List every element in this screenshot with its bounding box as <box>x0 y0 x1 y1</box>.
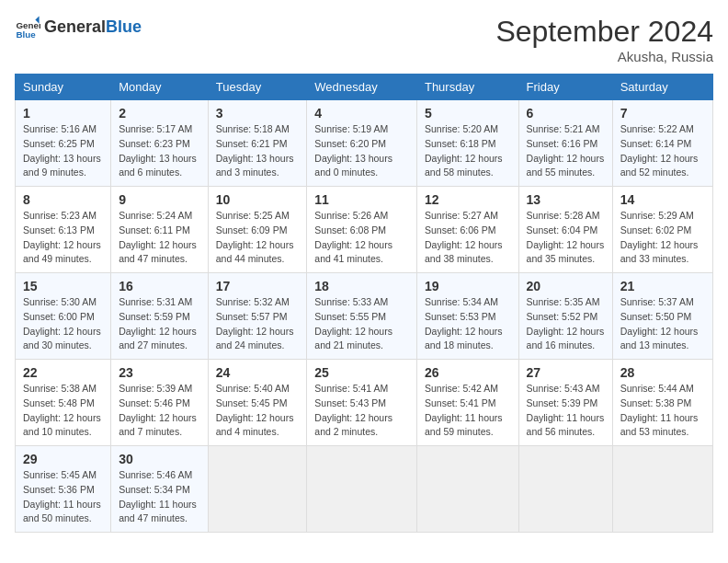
day-cell-20: 20 Sunrise: 5:35 AM Sunset: 5:52 PM Dayl… <box>518 273 612 360</box>
page-header: General Blue GeneralBlue September 2024 … <box>15 15 713 64</box>
empty-cell-w4-d5 <box>518 446 612 533</box>
day-detail: Sunrise: 5:25 AM Sunset: 6:09 PM Dayligh… <box>216 209 300 267</box>
day-detail: Sunrise: 5:29 AM Sunset: 6:02 PM Dayligh… <box>620 209 705 267</box>
day-detail: Sunrise: 5:41 AM Sunset: 5:43 PM Dayligh… <box>314 382 409 440</box>
day-cell-12: 12 Sunrise: 5:27 AM Sunset: 6:06 PM Dayl… <box>416 187 518 273</box>
day-detail: Sunrise: 5:45 AM Sunset: 5:36 PM Dayligh… <box>23 468 103 526</box>
col-monday: Monday <box>111 75 209 100</box>
day-cell-8: 8 Sunrise: 5:23 AM Sunset: 6:13 PM Dayli… <box>16 187 111 273</box>
day-number: 7 <box>620 106 705 121</box>
day-cell-30: 30 Sunrise: 5:46 AM Sunset: 5:34 PM Dayl… <box>111 446 209 533</box>
day-number: 18 <box>314 279 409 293</box>
day-detail: Sunrise: 5:22 AM Sunset: 6:14 PM Dayligh… <box>620 122 705 180</box>
day-cell-2: 2 Sunrise: 5:17 AM Sunset: 6:23 PM Dayli… <box>111 100 209 187</box>
day-cell-14: 14 Sunrise: 5:29 AM Sunset: 6:02 PM Dayl… <box>612 187 712 273</box>
col-wednesday: Wednesday <box>307 75 417 100</box>
day-detail: Sunrise: 5:40 AM Sunset: 5:45 PM Dayligh… <box>216 382 300 440</box>
day-detail: Sunrise: 5:44 AM Sunset: 5:38 PM Dayligh… <box>620 382 705 440</box>
day-detail: Sunrise: 5:35 AM Sunset: 5:52 PM Dayligh… <box>527 295 605 353</box>
day-detail: Sunrise: 5:37 AM Sunset: 5:50 PM Dayligh… <box>620 295 705 353</box>
day-number: 27 <box>527 365 605 380</box>
day-detail: Sunrise: 5:17 AM Sunset: 6:23 PM Dayligh… <box>119 122 200 180</box>
col-friday: Friday <box>518 75 612 100</box>
day-number: 21 <box>620 279 705 293</box>
day-detail: Sunrise: 5:34 AM Sunset: 5:53 PM Dayligh… <box>425 295 511 353</box>
day-number: 29 <box>23 452 103 466</box>
empty-cell-w4-d6 <box>612 446 712 533</box>
day-number: 9 <box>119 192 200 207</box>
day-cell-5: 5 Sunrise: 5:20 AM Sunset: 6:18 PM Dayli… <box>416 100 518 187</box>
day-detail: Sunrise: 5:46 AM Sunset: 5:34 PM Dayligh… <box>119 468 200 526</box>
logo-text: GeneralBlue <box>44 18 142 37</box>
week-row-1: 1 Sunrise: 5:16 AM Sunset: 6:25 PM Dayli… <box>16 100 713 187</box>
day-cell-25: 25 Sunrise: 5:41 AM Sunset: 5:43 PM Dayl… <box>307 360 417 446</box>
day-cell-26: 26 Sunrise: 5:42 AM Sunset: 5:41 PM Dayl… <box>416 360 518 446</box>
day-detail: Sunrise: 5:28 AM Sunset: 6:04 PM Dayligh… <box>527 209 605 267</box>
day-cell-23: 23 Sunrise: 5:39 AM Sunset: 5:46 PM Dayl… <box>111 360 209 446</box>
day-number: 17 <box>216 279 300 293</box>
day-detail: Sunrise: 5:21 AM Sunset: 6:16 PM Dayligh… <box>527 122 605 180</box>
day-cell-19: 19 Sunrise: 5:34 AM Sunset: 5:53 PM Dayl… <box>416 273 518 360</box>
day-number: 22 <box>23 365 103 380</box>
day-detail: Sunrise: 5:33 AM Sunset: 5:55 PM Dayligh… <box>314 295 409 353</box>
day-detail: Sunrise: 5:31 AM Sunset: 5:59 PM Dayligh… <box>119 295 200 353</box>
day-number: 1 <box>23 106 103 121</box>
week-row-3: 15 Sunrise: 5:30 AM Sunset: 6:00 PM Dayl… <box>16 273 713 360</box>
day-cell-10: 10 Sunrise: 5:25 AM Sunset: 6:09 PM Dayl… <box>208 187 307 273</box>
day-number: 14 <box>620 192 705 207</box>
day-number: 16 <box>119 279 200 293</box>
day-cell-7: 7 Sunrise: 5:22 AM Sunset: 6:14 PM Dayli… <box>612 100 712 187</box>
day-cell-29: 29 Sunrise: 5:45 AM Sunset: 5:36 PM Dayl… <box>16 446 111 533</box>
day-detail: Sunrise: 5:19 AM Sunset: 6:20 PM Dayligh… <box>314 122 409 180</box>
day-cell-4: 4 Sunrise: 5:19 AM Sunset: 6:20 PM Dayli… <box>307 100 417 187</box>
logo: General Blue GeneralBlue <box>15 15 142 40</box>
day-cell-22: 22 Sunrise: 5:38 AM Sunset: 5:48 PM Dayl… <box>16 360 111 446</box>
day-number: 3 <box>216 106 300 121</box>
day-cell-27: 27 Sunrise: 5:43 AM Sunset: 5:39 PM Dayl… <box>518 360 612 446</box>
day-number: 20 <box>527 279 605 293</box>
day-detail: Sunrise: 5:43 AM Sunset: 5:39 PM Dayligh… <box>527 382 605 440</box>
week-row-2: 8 Sunrise: 5:23 AM Sunset: 6:13 PM Dayli… <box>16 187 713 273</box>
day-detail: Sunrise: 5:26 AM Sunset: 6:08 PM Dayligh… <box>314 209 409 267</box>
day-number: 12 <box>425 192 511 207</box>
day-cell-21: 21 Sunrise: 5:37 AM Sunset: 5:50 PM Dayl… <box>612 273 712 360</box>
month-title: September 2024 <box>495 15 713 49</box>
day-number: 8 <box>23 192 103 207</box>
title-block: September 2024 Akusha, Russia <box>495 15 713 64</box>
day-number: 23 <box>119 365 200 380</box>
day-detail: Sunrise: 5:23 AM Sunset: 6:13 PM Dayligh… <box>23 209 103 267</box>
day-number: 5 <box>425 106 511 121</box>
day-cell-9: 9 Sunrise: 5:24 AM Sunset: 6:11 PM Dayli… <box>111 187 209 273</box>
day-number: 28 <box>620 365 705 380</box>
day-cell-17: 17 Sunrise: 5:32 AM Sunset: 5:57 PM Dayl… <box>208 273 307 360</box>
calendar-table: Sunday Monday Tuesday Wednesday Thursday… <box>15 74 713 533</box>
day-detail: Sunrise: 5:24 AM Sunset: 6:11 PM Dayligh… <box>119 209 200 267</box>
day-detail: Sunrise: 5:38 AM Sunset: 5:48 PM Dayligh… <box>23 382 103 440</box>
day-cell-16: 16 Sunrise: 5:31 AM Sunset: 5:59 PM Dayl… <box>111 273 209 360</box>
col-saturday: Saturday <box>612 75 712 100</box>
location: Akusha, Russia <box>495 49 713 64</box>
day-cell-3: 3 Sunrise: 5:18 AM Sunset: 6:21 PM Dayli… <box>208 100 307 187</box>
day-cell-11: 11 Sunrise: 5:26 AM Sunset: 6:08 PM Dayl… <box>307 187 417 273</box>
day-detail: Sunrise: 5:39 AM Sunset: 5:46 PM Dayligh… <box>119 382 200 440</box>
day-number: 19 <box>425 279 511 293</box>
day-detail: Sunrise: 5:30 AM Sunset: 6:00 PM Dayligh… <box>23 295 103 353</box>
day-number: 2 <box>119 106 200 121</box>
col-sunday: Sunday <box>16 75 111 100</box>
col-tuesday: Tuesday <box>208 75 307 100</box>
day-detail: Sunrise: 5:18 AM Sunset: 6:21 PM Dayligh… <box>216 122 300 180</box>
day-number: 24 <box>216 365 300 380</box>
day-detail: Sunrise: 5:42 AM Sunset: 5:41 PM Dayligh… <box>425 382 511 440</box>
week-row-4: 22 Sunrise: 5:38 AM Sunset: 5:48 PM Dayl… <box>16 360 713 446</box>
svg-text:Blue: Blue <box>16 29 36 40</box>
day-number: 13 <box>527 192 605 207</box>
day-detail: Sunrise: 5:32 AM Sunset: 5:57 PM Dayligh… <box>216 295 300 353</box>
day-cell-13: 13 Sunrise: 5:28 AM Sunset: 6:04 PM Dayl… <box>518 187 612 273</box>
logo-icon: General Blue <box>15 15 40 40</box>
day-cell-28: 28 Sunrise: 5:44 AM Sunset: 5:38 PM Dayl… <box>612 360 712 446</box>
day-cell-6: 6 Sunrise: 5:21 AM Sunset: 6:16 PM Dayli… <box>518 100 612 187</box>
day-cell-24: 24 Sunrise: 5:40 AM Sunset: 5:45 PM Dayl… <box>208 360 307 446</box>
day-number: 10 <box>216 192 300 207</box>
day-cell-18: 18 Sunrise: 5:33 AM Sunset: 5:55 PM Dayl… <box>307 273 417 360</box>
day-number: 30 <box>119 452 200 466</box>
